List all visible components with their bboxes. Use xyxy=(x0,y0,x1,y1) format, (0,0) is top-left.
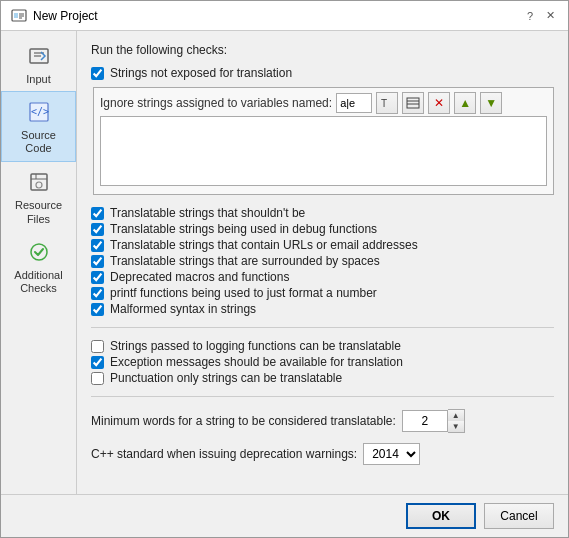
sidebar-label-resource-files: ResourceFiles xyxy=(15,199,62,225)
check-5[interactable] xyxy=(91,287,104,300)
extra-check-2[interactable] xyxy=(91,372,104,385)
check-row-2: Translatable strings that contain URLs o… xyxy=(91,237,554,253)
check-label-2: Translatable strings that contain URLs o… xyxy=(110,238,418,252)
move-up-button[interactable]: ▲ xyxy=(454,92,476,114)
min-words-input[interactable] xyxy=(402,410,448,432)
check-label-4: Deprecated macros and functions xyxy=(110,270,289,284)
ignore-input[interactable] xyxy=(336,93,372,113)
title-bar: New Project ? ✕ xyxy=(1,1,568,31)
move-down-button[interactable]: ▼ xyxy=(480,92,502,114)
delete-button[interactable]: ✕ xyxy=(428,92,450,114)
extra-check-0[interactable] xyxy=(91,340,104,353)
min-words-label: Minimum words for a string to be conside… xyxy=(91,414,396,428)
check-label-5: printf functions being used to just form… xyxy=(110,286,377,300)
spin-buttons: ▲ ▼ xyxy=(448,409,465,433)
svg-point-11 xyxy=(36,182,42,188)
cpp-standard-select[interactable]: 2014 2017 2020 xyxy=(363,443,420,465)
extra-check-label-0: Strings passed to logging functions can … xyxy=(110,339,401,353)
cpp-standard-label: C++ standard when issuing deprecation wa… xyxy=(91,447,357,461)
help-button[interactable]: ? xyxy=(522,8,538,24)
sidebar-item-source-code[interactable]: </> SourceCode xyxy=(1,91,76,162)
additional-checks-icon xyxy=(25,238,53,266)
divider-1 xyxy=(91,327,554,328)
dialog: New Project ? ✕ Input xyxy=(0,0,569,538)
check-row-6: Malformed syntax in strings xyxy=(91,301,554,317)
min-words-spinner: ▲ ▼ xyxy=(402,409,465,433)
run-checks-label: Run the following checks: xyxy=(91,43,554,57)
dialog-icon xyxy=(11,8,27,24)
check-0[interactable] xyxy=(91,207,104,220)
variables-listbox[interactable] xyxy=(100,116,547,186)
extra-check-label-1: Exception messages should be available f… xyxy=(110,355,403,369)
svg-text:T: T xyxy=(381,98,387,109)
sidebar-label-source-code: SourceCode xyxy=(21,129,56,155)
spin-up-button[interactable]: ▲ xyxy=(448,410,464,421)
min-words-row: Minimum words for a string to be conside… xyxy=(91,407,554,435)
text-button[interactable]: T xyxy=(376,92,398,114)
extra-check-row-1: Exception messages should be available f… xyxy=(91,354,554,370)
check-label-1: Translatable strings being used in debug… xyxy=(110,222,377,236)
extra-check-label-2: Punctuation only strings can be translat… xyxy=(110,371,342,385)
dialog-title: New Project xyxy=(33,9,98,23)
check-6[interactable] xyxy=(91,303,104,316)
check-1[interactable] xyxy=(91,223,104,236)
resource-files-icon xyxy=(25,168,53,196)
ignore-label: Ignore strings assigned to variables nam… xyxy=(100,96,332,110)
input-icon xyxy=(25,42,53,70)
checks-group-1: Translatable strings that shouldn't be T… xyxy=(91,205,554,317)
check-row-5: printf functions being used to just form… xyxy=(91,285,554,301)
extra-check-row-2: Punctuation only strings can be translat… xyxy=(91,370,554,386)
ok-button[interactable]: OK xyxy=(406,503,476,529)
svg-text:</>: </> xyxy=(31,106,49,117)
main-content: Run the following checks: Strings not ex… xyxy=(77,31,568,494)
source-code-icon: </> xyxy=(25,98,53,126)
check-2[interactable] xyxy=(91,239,104,252)
sidebar: Input </> SourceCode xyxy=(1,31,77,494)
dialog-body: Input </> SourceCode xyxy=(1,31,568,494)
extra-checks-group: Strings passed to logging functions can … xyxy=(91,338,554,386)
check-label-0: Translatable strings that shouldn't be xyxy=(110,206,305,220)
check-row-4: Deprecated macros and functions xyxy=(91,269,554,285)
svg-rect-14 xyxy=(407,98,419,108)
cpp-standard-row: C++ standard when issuing deprecation wa… xyxy=(91,441,554,467)
title-bar-actions: ? ✕ xyxy=(522,8,558,24)
strings-not-exposed-label: Strings not exposed for translation xyxy=(110,66,292,80)
check-row-3: Translatable strings that are surrounded… xyxy=(91,253,554,269)
sidebar-label-input: Input xyxy=(26,73,50,85)
close-button[interactable]: ✕ xyxy=(542,8,558,24)
sidebar-item-input[interactable]: Input xyxy=(1,35,76,91)
svg-point-12 xyxy=(31,244,47,260)
check-3[interactable] xyxy=(91,255,104,268)
ignore-row: Ignore strings assigned to variables nam… xyxy=(100,92,547,114)
extra-check-row-0: Strings passed to logging functions can … xyxy=(91,338,554,354)
sidebar-item-resource-files[interactable]: ResourceFiles xyxy=(1,162,76,231)
spin-down-button[interactable]: ▼ xyxy=(448,421,464,432)
dialog-footer: OK Cancel xyxy=(1,494,568,537)
check-label-6: Malformed syntax in strings xyxy=(110,302,256,316)
cancel-button[interactable]: Cancel xyxy=(484,503,554,529)
check-row-1: Translatable strings being used in debug… xyxy=(91,221,554,237)
strings-not-exposed-row: Strings not exposed for translation xyxy=(91,65,554,81)
sidebar-label-additional-checks: AdditionalChecks xyxy=(14,269,62,295)
extra-check-1[interactable] xyxy=(91,356,104,369)
list-button[interactable] xyxy=(402,92,424,114)
strings-not-exposed-checkbox[interactable] xyxy=(91,67,104,80)
check-row-0: Translatable strings that shouldn't be xyxy=(91,205,554,221)
divider-2 xyxy=(91,396,554,397)
check-4[interactable] xyxy=(91,271,104,284)
check-label-3: Translatable strings that are surrounded… xyxy=(110,254,380,268)
svg-rect-1 xyxy=(14,13,18,18)
title-bar-left: New Project xyxy=(11,8,98,24)
sidebar-item-additional-checks[interactable]: AdditionalChecks xyxy=(1,232,76,301)
